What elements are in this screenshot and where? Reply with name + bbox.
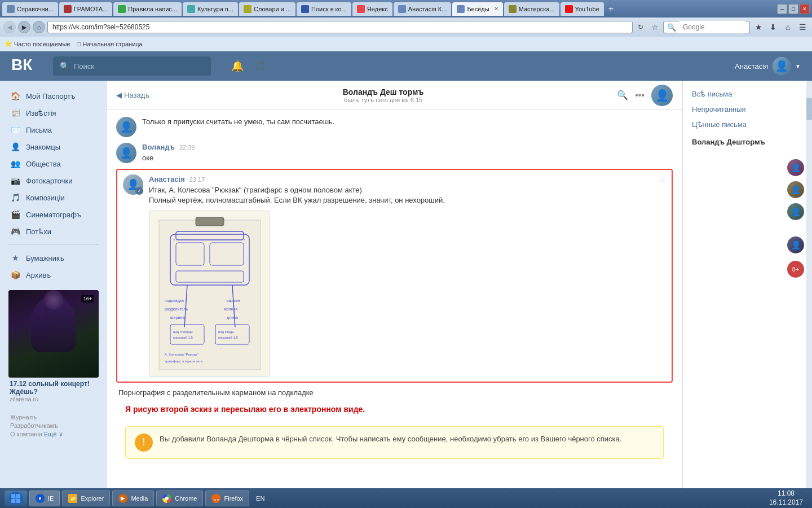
favorites-icon[interactable]: ★ (752, 21, 765, 33)
home-icon[interactable]: ⌂ (782, 21, 794, 33)
refresh-icon[interactable]: ↻ (635, 21, 646, 33)
tab-kultura[interactable]: Культура п... (183, 2, 238, 16)
sidebar-divider (8, 244, 99, 245)
warning-icon: ! (135, 433, 153, 452)
bookmark-star-icon[interactable]: ☆ (648, 21, 661, 33)
bookmark-homepage[interactable]: □ Начальная страница (77, 41, 143, 47)
tab-poisk[interactable]: Поиск в ко... (297, 2, 351, 16)
side-contact-4[interactable]: 👤 (786, 235, 805, 255)
sidebar-item-archive[interactable]: 📦 Архивъ (0, 266, 107, 283)
sidebar-item-news[interactable]: 📰 Извѣстія (0, 104, 107, 121)
chat-search-icon[interactable]: 🔍 (617, 90, 628, 100)
forward-button[interactable]: ▶ (18, 21, 30, 33)
tab-gramota[interactable]: ГРАМОТА... (59, 2, 112, 16)
download-icon[interactable]: ⬇ (767, 21, 779, 33)
sidebar-item-games[interactable]: 🎮 Потѣхи (0, 223, 107, 240)
anastasia-avatar-wrapper: 👤 ✓ (123, 174, 143, 195)
address-bar: ◀ ▶ ⌂ ↻ ☆ 🔍 ★ ⬇ ⌂ ☰ (0, 17, 812, 37)
star-icon: ⭐ (5, 40, 12, 47)
chat-contact-avatar: 👤 (651, 85, 673, 106)
vk-logo[interactable]: ВК (11, 56, 38, 77)
sidebar-item-video[interactable]: 🎬 Синематографъ (0, 206, 107, 223)
menu-icon[interactable]: ☰ (796, 21, 809, 33)
blacklist-notice: ! Вы добавили Воланда Дешторма в чёрный … (125, 426, 664, 459)
tab-anastasia[interactable]: Анастасія К... (394, 2, 452, 16)
music-icon[interactable]: 🎵 (254, 60, 266, 72)
back-to-messages[interactable]: ◀ Назадъ (116, 91, 149, 99)
partial-text-row: Порнография с разделительным карманом на… (116, 388, 673, 397)
right-contact-name[interactable]: Воландъ Дештормъ (692, 138, 797, 146)
sidebar-journal-link[interactable]: Журналъ (10, 414, 97, 421)
back-arrow-icon: ◀ (116, 91, 122, 99)
tab-spravochni[interactable]: Справочни... (2, 2, 58, 16)
new-tab-button[interactable]: + (605, 4, 617, 14)
tab-icon-anastasia (398, 5, 406, 13)
close-button[interactable]: ✕ (800, 4, 810, 14)
chat-contact-info: Воландъ Деш тормъ былъ тутъ сего дня въ … (156, 87, 610, 103)
all-messages-link[interactable]: Всѣ письма (692, 90, 797, 98)
news-icon: 📰 (10, 108, 20, 118)
minimize-button[interactable]: ─ (777, 4, 787, 14)
sidebar-ad-text[interactable]: 17.12 сольный концерт! Ждёшь? zilarena.r… (8, 378, 99, 405)
sidebar-item-wallet[interactable]: ★ Бумажникъ (0, 249, 107, 266)
vk-user-avatar: 👤 (773, 57, 791, 75)
message-row: 👤 Воландъ 22:39 оке (116, 143, 673, 163)
tab-youtube[interactable]: YouTube (561, 2, 604, 16)
side-contact-1[interactable]: 👤 (786, 158, 805, 177)
side-counter-wrapper: 8+ (786, 260, 805, 279)
svg-text:ВК: ВК (11, 56, 33, 72)
taskbar-chrome[interactable]: Chrome (156, 491, 203, 506)
tab-close-icon[interactable]: ✕ (494, 6, 498, 12)
message-content: Только я припуски считать не умею, ты са… (142, 117, 673, 127)
archive-icon: 📦 (10, 270, 20, 280)
red-message: Я рисую второй эскиз и пересылаю его в э… (116, 405, 673, 414)
sketch-image[interactable]: подкладка карман разделитель молния шири… (149, 211, 270, 377)
sidebar-item-music[interactable]: 🎵 Композиціи (0, 189, 107, 206)
back-button[interactable]: ◀ (3, 21, 16, 33)
side-contact-2[interactable]: 👤 (786, 180, 805, 199)
sidebar-item-photos[interactable]: 📷 Фотокарточки (0, 172, 107, 189)
chat-more-icon[interactable]: ••• (635, 90, 645, 100)
maximize-button[interactable]: □ (788, 4, 798, 14)
tab-masterskaya[interactable]: Мастерска... (504, 2, 559, 16)
tab-besedy[interactable]: Бесёды ✕ (452, 2, 502, 16)
taskbar-explorer[interactable]: 📁 Explorer (62, 491, 110, 506)
chat-header: ◀ Назадъ Воландъ Деш тормъ былъ тутъ сег… (107, 81, 682, 110)
url-input[interactable] (47, 21, 633, 33)
unread-messages-link[interactable]: Непрочитанныя (692, 105, 797, 113)
bookmarks-bar: ⭐ Часто посещаемые □ Начальная страница (0, 37, 812, 51)
vk-header: ВК 🔍 🔔 🎵 Анастасія 👤 ▼ (0, 51, 812, 81)
sidebar-item-friends[interactable]: 👤 Знакомцы (0, 138, 107, 155)
sidebar-about-link[interactable]: О компаніи Ещё ∨ (10, 431, 97, 438)
scrollbar-thumb[interactable] (806, 98, 812, 120)
search-input[interactable] (678, 21, 746, 33)
tab-slovari[interactable]: Словари и ... (239, 2, 295, 16)
star-bookmark-icon[interactable]: ☆ (659, 174, 666, 183)
vk-user-menu[interactable]: Анастасія 👤 ▼ (735, 57, 801, 75)
vk-search-box[interactable]: 🔍 (53, 56, 211, 76)
side-contact-3[interactable]: 👤 (786, 202, 805, 221)
scrollbar[interactable] (806, 81, 812, 488)
friends-icon: 👤 (10, 142, 20, 152)
taskbar-media[interactable]: ▶ Media (112, 491, 154, 506)
sidebar-item-messages[interactable]: ✉️ Письма (0, 121, 107, 138)
home-button-nav[interactable]: ⌂ (33, 21, 45, 33)
sidebar-item-passport[interactable]: 🏠 Мой Паспортъ (0, 87, 107, 104)
sidebar-item-groups[interactable]: 👥 Общества (0, 155, 107, 172)
vk-search-input[interactable] (74, 62, 204, 71)
taskbar-firefox[interactable]: 🦊 Firefox (205, 491, 249, 506)
sidebar-ad[interactable]: 16+ 17.12 сольный концерт! Ждёшь? zilare… (8, 290, 99, 405)
svg-text:вид спереди: вид спереди (173, 330, 193, 334)
notifications-icon[interactable]: 🔔 (231, 60, 244, 72)
tab-yandex[interactable]: Яндекс (352, 2, 392, 16)
taskbar-ie[interactable]: e IE (29, 491, 60, 506)
start-button[interactable] (5, 491, 27, 506)
anastasia-message-header: Анастасія 23:17 ☆ (149, 174, 666, 183)
vk-nav-icons: 🔔 🎵 (231, 60, 266, 72)
tab-pravila[interactable]: Правила напис... (113, 2, 182, 16)
side-counter[interactable]: 8+ (786, 260, 805, 279)
video-icon: 🎬 (10, 209, 20, 220)
sidebar-dev-link[interactable]: Разработчикамъ (10, 422, 97, 429)
bookmark-frechet[interactable]: ⭐ Часто посещаемые (5, 40, 70, 47)
important-messages-link[interactable]: Цѣнные письма (692, 120, 797, 129)
